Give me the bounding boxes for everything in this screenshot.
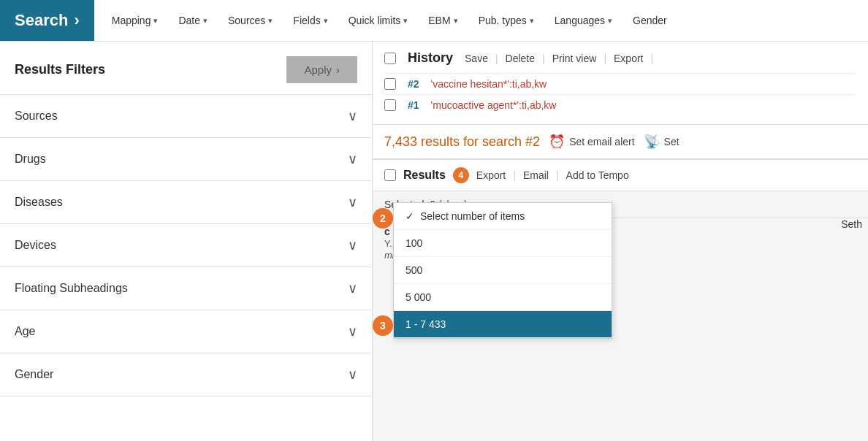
filter-age-label: Age bbox=[15, 325, 35, 338]
filter-diseases[interactable]: Diseases ∨ bbox=[0, 181, 372, 224]
nav-item-languages[interactable]: Languages ▾ bbox=[544, 0, 623, 41]
history-row-1-checkbox[interactable] bbox=[384, 99, 396, 111]
gender-label: Gender bbox=[633, 15, 667, 26]
filter-drugs-label: Drugs bbox=[15, 153, 46, 166]
dropdown-badge-2: 2 bbox=[373, 208, 393, 229]
filter-devices-arrow: ∨ bbox=[348, 237, 357, 253]
nav-item-fields[interactable]: Fields ▾ bbox=[283, 0, 338, 41]
apply-label: Apply bbox=[304, 64, 332, 76]
rss-icon: 📡 bbox=[644, 134, 660, 150]
history-header: History Save | Delete | Print view | Exp… bbox=[384, 50, 856, 66]
filter-floating-subheadings-arrow: ∨ bbox=[348, 280, 357, 296]
sidebar: Results Filters Apply › Sources ∨ Drugs … bbox=[0, 42, 373, 441]
alarm-icon: ⏰ bbox=[549, 134, 565, 150]
fields-arrow: ▾ bbox=[324, 16, 328, 26]
languages-arrow: ▾ bbox=[608, 16, 612, 26]
results-email-button[interactable]: Email bbox=[523, 169, 549, 181]
history-title: History bbox=[408, 50, 453, 66]
ebm-label: EBM bbox=[428, 15, 450, 26]
filter-floating-subheadings[interactable]: Floating Subheadings ∨ bbox=[0, 267, 372, 310]
history-row-2-num: #2 bbox=[408, 78, 419, 90]
nav-item-gender[interactable]: Gender bbox=[623, 0, 677, 41]
mapping-arrow: ▾ bbox=[153, 16, 158, 26]
filter-sources[interactable]: Sources ∨ bbox=[0, 95, 372, 138]
right-panel: History Save | Delete | Print view | Exp… bbox=[373, 42, 868, 441]
nav-item-mapping[interactable]: Mapping ▾ bbox=[102, 0, 169, 41]
history-row-1: #1 'mucoactive agent*':ti,ab,kw bbox=[384, 94, 856, 115]
nav-item-date[interactable]: Date ▾ bbox=[168, 0, 218, 41]
filter-gender[interactable]: Gender ∨ bbox=[0, 353, 372, 396]
dropdown-option-5000[interactable]: 5 000 bbox=[394, 284, 612, 311]
results-count-bar: 7,433 results for search #2 ⏰ Set email … bbox=[373, 125, 868, 159]
sep4: | bbox=[650, 53, 653, 64]
sep3: | bbox=[604, 53, 606, 64]
sep5: | bbox=[513, 169, 516, 181]
filter-devices[interactable]: Devices ∨ bbox=[0, 224, 372, 267]
dropdown-overlay: 2 ✓ Select number of items 100 500 5 000… bbox=[373, 202, 612, 339]
set-email-alert-button[interactable]: ⏰ Set email alert bbox=[549, 134, 634, 150]
main-content: Results Filters Apply › Sources ∨ Drugs … bbox=[0, 42, 868, 441]
history-row-1-query: 'mucoactive agent*':ti,ab,kw bbox=[431, 99, 557, 111]
dropdown-option-100[interactable]: 100 bbox=[394, 230, 612, 257]
results-select-all-checkbox[interactable] bbox=[384, 169, 396, 181]
history-save-button[interactable]: Save bbox=[465, 53, 488, 64]
history-print-button[interactable]: Print view bbox=[552, 53, 597, 64]
filter-devices-label: Devices bbox=[15, 239, 56, 252]
sidebar-filters: Sources ∨ Drugs ∨ Diseases ∨ Devices ∨ F… bbox=[0, 95, 372, 396]
history-row-2: #2 'vaccine hesitan*':ti,ab,kw bbox=[384, 73, 856, 94]
sidebar-header: Results Filters Apply › bbox=[0, 42, 372, 95]
set-email-alert-label: Set email alert bbox=[569, 136, 634, 147]
dropdown-badge-3: 3 bbox=[373, 315, 393, 336]
results-title: Results bbox=[403, 169, 446, 182]
quick-limits-arrow: ▾ bbox=[403, 16, 408, 26]
search-tab-label: Search bbox=[15, 11, 68, 30]
filter-drugs[interactable]: Drugs ∨ bbox=[0, 138, 372, 181]
results-header: Results 4 Export | Email | Add to Tempo bbox=[373, 160, 868, 191]
sep2: | bbox=[542, 53, 545, 64]
search-tab-chevron: › bbox=[74, 11, 79, 30]
pub-types-label: Pub. types bbox=[479, 15, 527, 26]
filter-floating-subheadings-label: Floating Subheadings bbox=[15, 282, 128, 295]
apply-button[interactable]: Apply › bbox=[286, 56, 357, 83]
dropdown-menu: ✓ Select number of items 100 500 5 000 1… bbox=[393, 202, 612, 339]
sources-arrow: ▾ bbox=[268, 16, 273, 26]
results-export-button[interactable]: Export bbox=[476, 169, 506, 181]
filter-sources-label: Sources bbox=[15, 110, 58, 123]
ebm-arrow: ▾ bbox=[454, 16, 458, 26]
dropdown-option-1-7433[interactable]: 1 - 7 433 bbox=[394, 311, 612, 338]
sep1: | bbox=[495, 53, 498, 64]
date-label: Date bbox=[178, 15, 200, 26]
nav-item-quick-limits[interactable]: Quick limits ▾ bbox=[338, 0, 419, 41]
filter-age-arrow: ∨ bbox=[348, 323, 357, 340]
set-button[interactable]: 📡 Set bbox=[644, 134, 679, 150]
filter-age[interactable]: Age ∨ bbox=[0, 310, 372, 353]
nav-items: Mapping ▾ Date ▾ Sources ▾ Fields ▾ Quic… bbox=[94, 0, 685, 41]
top-navigation: Search › Mapping ▾ Date ▾ Sources ▾ Fiel… bbox=[0, 0, 868, 42]
history-row-2-query: 'vaccine hesitan*':ti,ab,kw bbox=[431, 78, 547, 90]
nav-item-sources[interactable]: Sources ▾ bbox=[218, 0, 283, 41]
date-arrow: ▾ bbox=[203, 16, 208, 26]
dropdown-menu-header: ✓ Select number of items bbox=[394, 203, 612, 230]
dropdown-option-500[interactable]: 500 bbox=[394, 257, 612, 284]
history-select-all-checkbox[interactable] bbox=[384, 53, 396, 64]
sep6: | bbox=[556, 169, 559, 181]
search-tab[interactable]: Search › bbox=[0, 0, 94, 41]
sources-nav-label: Sources bbox=[228, 15, 265, 26]
filter-diseases-arrow: ∨ bbox=[348, 194, 357, 210]
history-delete-button[interactable]: Delete bbox=[506, 53, 535, 64]
set-label: Set bbox=[664, 136, 679, 147]
seth-label: Seth bbox=[835, 215, 868, 233]
filter-gender-label: Gender bbox=[15, 368, 53, 381]
results-add-tempo-button[interactable]: Add to Tempo bbox=[566, 169, 629, 181]
results-section: Results 4 Export | Email | Add to Tempo bbox=[373, 159, 868, 191]
history-section: History Save | Delete | Print view | Exp… bbox=[373, 42, 868, 125]
languages-label: Languages bbox=[555, 15, 605, 26]
filter-diseases-label: Diseases bbox=[15, 196, 63, 209]
history-row-2-checkbox[interactable] bbox=[384, 78, 396, 90]
nav-item-pub-types[interactable]: Pub. types ▾ bbox=[468, 0, 544, 41]
filter-sources-arrow: ∨ bbox=[348, 108, 357, 124]
history-export-button[interactable]: Export bbox=[614, 53, 643, 64]
dropdown-header-label: Select number of items bbox=[420, 210, 525, 222]
nav-item-ebm[interactable]: EBM ▾ bbox=[418, 0, 468, 41]
pub-types-arrow: ▾ bbox=[530, 16, 534, 26]
